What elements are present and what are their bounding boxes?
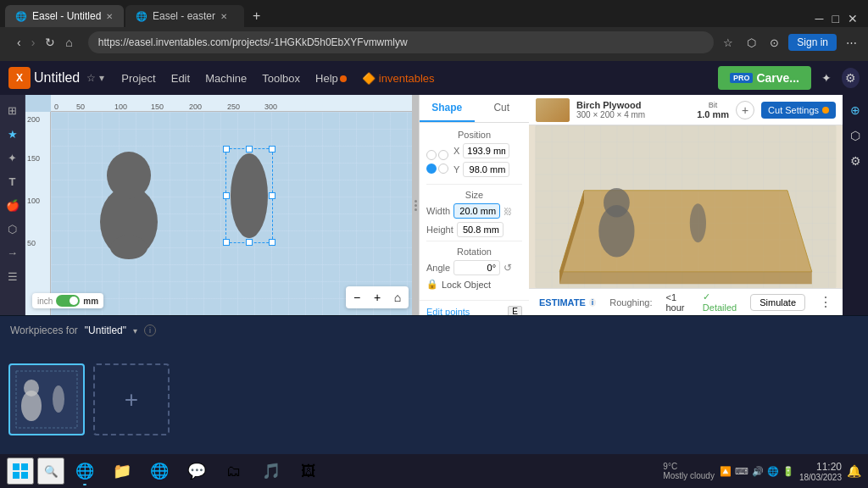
app-title-dropdown[interactable]: ▾ [99, 72, 104, 84]
zoom-out-button[interactable]: − [348, 288, 366, 307]
workpiece-thumbnail-active[interactable] [8, 363, 85, 435]
taskbar-clock[interactable]: 11:20 18/03/2023 [799, 461, 842, 482]
handle-bl[interactable] [223, 239, 230, 246]
unit-toggle-switch[interactable] [56, 295, 80, 307]
bookmark-btn[interactable]: ☆ [719, 35, 737, 51]
handle-br[interactable] [269, 239, 275, 246]
sidebar-icon-grid[interactable]: ⊞ [3, 100, 23, 120]
link-proportions-icon[interactable]: ⛓ [504, 207, 512, 216]
profile-btn[interactable]: ⊙ [765, 35, 783, 51]
y-input[interactable] [463, 162, 509, 177]
sidebar-grid-icon[interactable]: ⊕ [847, 100, 864, 120]
zoom-fit-button[interactable]: ⌂ [388, 288, 407, 307]
tray-volume[interactable]: 🔊 [752, 466, 764, 477]
add-material-btn[interactable]: + [736, 101, 754, 119]
add-shape-icon[interactable]: ✦ [818, 68, 835, 88]
cut-settings-button[interactable]: Cut Settings [761, 102, 836, 119]
workpieces-info-icon[interactable]: i [144, 324, 156, 336]
home-button[interactable]: ⌂ [62, 34, 75, 51]
taskbar-app-store[interactable]: 🗂 [217, 455, 251, 487]
tab-close-btn-2[interactable]: ✕ [220, 12, 227, 21]
x-input[interactable] [463, 143, 509, 158]
menu-project[interactable]: Project [114, 69, 162, 88]
zoom-in-button[interactable]: + [368, 288, 387, 307]
app-star-icon[interactable]: ☆ [86, 72, 96, 84]
sidebar-icon-apps[interactable]: 🍎 [3, 195, 23, 215]
new-tab-button[interactable]: + [246, 5, 267, 27]
taskbar-app-files[interactable]: 📁 [105, 455, 139, 487]
simulate-button[interactable]: Simulate [750, 294, 805, 311]
width-input[interactable] [453, 203, 500, 219]
radio-tr[interactable] [438, 150, 448, 160]
canvas-area[interactable]: 0 50 100 150 200 250 300 200 150 100 50 [25, 95, 412, 315]
add-workpiece-button[interactable]: + [93, 363, 170, 435]
address-bar[interactable] [88, 31, 714, 53]
e-shortcut-key: E [508, 306, 522, 315]
tab-close-btn[interactable]: ✕ [106, 12, 113, 21]
handle-tr[interactable] [269, 146, 275, 152]
browser-tab-easel-untitled[interactable]: 🌐 Easel - Untitled ✕ [5, 5, 124, 27]
refresh-button[interactable]: ↻ [42, 34, 58, 51]
angle-input[interactable] [453, 260, 500, 275]
tray-chevron[interactable]: 🔼 [720, 466, 732, 477]
close-btn[interactable]: ✕ [844, 10, 861, 27]
taskbar-app-chat[interactable]: 💬 [180, 455, 214, 487]
sidebar-icon-node[interactable]: ✦ [3, 147, 23, 168]
height-input[interactable] [457, 222, 504, 237]
handle-mr[interactable] [269, 192, 275, 199]
radio-bl-active[interactable] [426, 164, 437, 174]
handle-tl[interactable] [223, 146, 230, 152]
reset-rotation-btn[interactable]: ↺ [504, 262, 512, 274]
sidebar-icon-hex[interactable]: ⬡ [3, 219, 23, 239]
shape-penguin-large[interactable] [93, 137, 165, 260]
taskbar-app-photos[interactable]: 🖼 [292, 455, 326, 487]
estimate-info-icon[interactable]: i [589, 298, 597, 307]
radio-br[interactable] [438, 164, 448, 174]
sidebar-icon-shapes[interactable]: ★ [3, 124, 23, 144]
taskbar-app-browser[interactable]: 🌐 [142, 455, 176, 487]
canvas-divider[interactable] [412, 95, 419, 315]
extensions-btn[interactable]: ⬡ [743, 35, 760, 51]
menu-machine[interactable]: Machine [198, 69, 253, 88]
notification-icon[interactable]: 🔔 [847, 464, 861, 478]
radio-tl[interactable] [426, 150, 437, 160]
sidebar-icon-import[interactable]: → [3, 242, 23, 263]
sidebar-icon-menu[interactable]: ☰ [3, 266, 23, 286]
restore-btn[interactable]: □ [829, 10, 843, 27]
sign-in-button[interactable]: Sign in [788, 34, 837, 51]
unit-inch[interactable]: inch [37, 297, 53, 306]
settings-icon[interactable]: ⚙ [842, 68, 860, 88]
browser-menu-btn[interactable]: ⋯ [842, 35, 861, 51]
workpieces-dropdown[interactable]: ▾ [133, 326, 137, 336]
forward-button[interactable]: › [28, 34, 39, 51]
handle-ml[interactable] [223, 192, 230, 199]
taskbar-app-media[interactable]: 🎵 [254, 455, 288, 487]
tab-cut[interactable]: Cut [475, 95, 530, 122]
taskbar-search-button[interactable]: 🔍 [37, 458, 64, 485]
taskbar-app-easel[interactable]: 🌐 [68, 455, 102, 487]
browser-tab-easel-easter[interactable]: 🌐 Easel - easter ✕ [125, 5, 244, 27]
unit-mm[interactable]: mm [83, 297, 98, 306]
menu-toolbox[interactable]: Toolbox [255, 69, 307, 88]
tray-battery[interactable]: 🔋 [782, 466, 794, 477]
sidebar-settings-icon[interactable]: ⚙ [847, 151, 865, 171]
carve-button[interactable]: PRO Carve... [718, 66, 811, 90]
back-button[interactable]: ‹ [14, 34, 25, 51]
minimize-btn[interactable]: ─ [812, 10, 827, 27]
handle-tm[interactable] [246, 146, 253, 152]
sidebar-add-icon[interactable]: ⬡ [847, 125, 864, 146]
menu-edit[interactable]: Edit [164, 69, 197, 88]
workpieces-title: "Untitled" [85, 324, 126, 336]
sidebar-icon-text[interactable]: T [3, 171, 23, 191]
tab-shape[interactable]: Shape [420, 95, 475, 122]
right-panel: Birch Plywood 300 × 200 × 4 mm Bit 1.0 m… [529, 95, 843, 315]
inventables-link[interactable]: 🔶 inventables [362, 72, 435, 85]
unit-toggle[interactable]: inch mm [32, 293, 103, 308]
edit-points-button[interactable]: Edit points [426, 307, 470, 316]
start-button[interactable] [7, 458, 34, 485]
handle-bm[interactable] [246, 239, 253, 246]
tray-keyboard[interactable]: ⌨ [735, 466, 748, 477]
tray-network[interactable]: 🌐 [767, 466, 779, 477]
more-options-button[interactable]: ⋮ [819, 294, 832, 310]
menu-help[interactable]: Help [309, 69, 353, 88]
